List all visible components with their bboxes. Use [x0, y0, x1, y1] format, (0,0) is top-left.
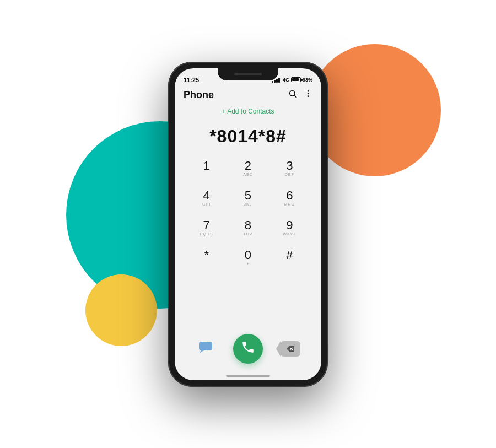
svg-line-1 [294, 95, 296, 98]
dial-letters: PQRS [200, 232, 213, 237]
call-button[interactable] [233, 334, 263, 364]
svg-marker-6 [199, 350, 204, 353]
dial-number: 1 [203, 160, 210, 172]
message-icon [198, 341, 213, 356]
svg-point-2 [308, 90, 309, 92]
dialpad: 12ABC3DEF4GHI5JKL6MNO7PQRS8TUV9WXYZ*0+# [175, 155, 321, 328]
dial-letters: MNO [284, 202, 295, 207]
dial-letters: WXYZ [283, 232, 296, 237]
bg-circle-yellow [85, 274, 157, 346]
app-header: Phone [175, 87, 321, 105]
dial-key-7[interactable]: 7PQRS [191, 215, 222, 241]
svg-marker-7 [287, 346, 294, 352]
backspace-button[interactable] [278, 337, 303, 361]
svg-rect-5 [199, 342, 212, 350]
svg-point-3 [308, 93, 309, 95]
dial-number: 2 [245, 160, 251, 172]
dial-number: 0 [245, 249, 251, 261]
notch-speaker [234, 73, 262, 75]
dial-key-9[interactable]: 9WXYZ [274, 215, 305, 241]
backspace-icon [281, 341, 300, 357]
signal-bar-2 [274, 80, 276, 83]
signal-bar-4 [278, 78, 280, 83]
signal-bar-1 [272, 81, 273, 83]
dial-number: # [286, 249, 293, 261]
dial-number: * [204, 249, 209, 261]
bg-circle-orange [309, 44, 441, 176]
dial-number: 3 [286, 160, 293, 172]
app-title: Phone [184, 89, 214, 101]
dial-key-*[interactable]: * [191, 245, 222, 271]
home-indicator [226, 375, 270, 377]
dial-letters: + [246, 262, 249, 267]
phone-call-icon [241, 340, 255, 358]
dial-key-4[interactable]: 4GHI [191, 185, 222, 212]
signal-bar-3 [276, 79, 278, 83]
dial-number: 7 [203, 219, 210, 231]
more-vertical-icon[interactable] [304, 89, 312, 100]
dial-key-0[interactable]: 0+ [233, 245, 263, 271]
dial-number: 4 [203, 190, 210, 202]
dialpad-row: *0+# [186, 245, 310, 271]
dialpad-row: 12ABC3DEF [186, 155, 310, 182]
dial-letters: GHI [202, 202, 211, 207]
dial-letters: TUV [243, 232, 252, 237]
action-bar [175, 328, 321, 375]
dialpad-row: 4GHI5JKL6MNO [186, 185, 310, 212]
dial-key-6[interactable]: 6MNO [274, 185, 305, 212]
svg-point-4 [308, 95, 309, 97]
dial-number: 6 [286, 190, 293, 202]
dial-key-1[interactable]: 1 [191, 155, 222, 182]
phone-mockup: 11:25 4G 93% Phone [168, 62, 328, 387]
network-type: 4G [283, 77, 289, 83]
phone-notch [218, 68, 278, 80]
dialed-number-display: *8014*8# [175, 121, 321, 155]
dial-number: 9 [286, 219, 293, 231]
search-icon[interactable] [288, 89, 297, 100]
dial-key-3[interactable]: 3DEF [274, 155, 305, 182]
dial-letters: JKL [244, 202, 252, 207]
phone-screen: 11:25 4G 93% Phone [175, 68, 321, 380]
dial-number: 8 [245, 219, 251, 231]
battery-percent: 93% [303, 77, 312, 83]
header-icons [288, 89, 312, 100]
status-time: 11:25 [184, 77, 199, 83]
dial-number: 5 [245, 190, 251, 202]
battery-fill [292, 78, 299, 81]
message-button[interactable] [193, 337, 218, 361]
dial-letters: ABC [243, 172, 252, 177]
status-icons: 4G 93% [272, 77, 312, 83]
dialpad-row: 7PQRS8TUV9WXYZ [186, 215, 310, 241]
dial-key-5[interactable]: 5JKL [233, 185, 263, 212]
battery-icon [291, 77, 301, 82]
dial-letters: DEF [285, 172, 294, 177]
phone-outer-frame: 11:25 4G 93% Phone [168, 62, 328, 387]
dial-key-#[interactable]: # [274, 245, 305, 271]
dial-key-2[interactable]: 2ABC [233, 155, 263, 182]
dial-key-8[interactable]: 8TUV [233, 215, 263, 241]
add-to-contacts-button[interactable]: + Add to Contacts [175, 105, 321, 121]
